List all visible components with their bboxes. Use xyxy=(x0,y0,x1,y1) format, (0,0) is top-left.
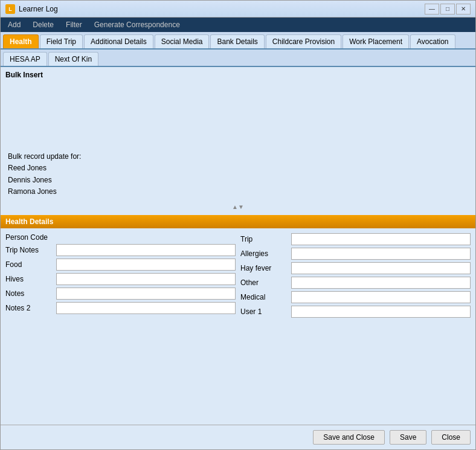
bulk-insert-text: Bulk record update for: Reed Jones Denni… xyxy=(8,151,468,198)
close-window-button[interactable]: ✕ xyxy=(456,4,471,14)
tab-bank-details[interactable]: Bank Details xyxy=(210,34,264,48)
form-row-notes2: Notes 2 xyxy=(5,302,236,314)
input-other[interactable] xyxy=(291,277,471,289)
content-spacer xyxy=(1,325,475,425)
input-user1[interactable] xyxy=(291,306,471,318)
form-row-hives: Hives xyxy=(5,273,236,285)
bulk-insert-title: Bulk Insert xyxy=(5,71,471,79)
health-details-section: Health Details Person Code Trip Notes Fo… xyxy=(1,215,475,325)
bulk-insert-content: Bulk record update for: Reed Jones Denni… xyxy=(5,82,471,202)
main-window: L Learner Log — □ ✕ Add Delete Filter Ge… xyxy=(0,0,476,450)
footer: Save and Close Save Close xyxy=(1,425,475,449)
tab-avocation[interactable]: Avocation xyxy=(410,34,455,48)
form-row-notes: Notes xyxy=(5,288,236,300)
app-icon: L xyxy=(5,4,15,14)
tab-additional-details[interactable]: Additional Details xyxy=(84,34,153,48)
form-row-person-code: Person Code xyxy=(5,233,236,242)
tab-childcare-provision[interactable]: Childcare Provision xyxy=(266,34,341,48)
label-notes: Notes xyxy=(5,289,54,298)
bulk-insert-section: Bulk Insert Bulk record update for: Reed… xyxy=(1,67,475,215)
menu-generate-correspondence[interactable]: Generate Correspondence xyxy=(89,19,185,30)
tab-field-trip[interactable]: Field Trip xyxy=(40,34,83,48)
health-details-header: Health Details xyxy=(1,215,475,228)
label-trip: Trip xyxy=(240,235,289,243)
window-title: Learner Log xyxy=(19,5,425,13)
label-medical: Medical xyxy=(240,293,289,301)
form-col-left: Person Code Trip Notes Food Hives xyxy=(5,233,236,318)
tab-health[interactable]: Health xyxy=(3,34,39,48)
input-notes[interactable] xyxy=(56,288,236,300)
tab-social-media[interactable]: Social Media xyxy=(155,34,210,48)
form-row-other: Other xyxy=(240,277,471,289)
bulk-name-1: Reed Jones xyxy=(8,162,468,174)
menu-delete[interactable]: Delete xyxy=(28,19,59,30)
form-col-right: Trip Allergies Hay fever Other xyxy=(240,233,471,318)
menu-bar: Add Delete Filter Generate Correspondenc… xyxy=(1,18,475,32)
form-row-allergies: Allergies xyxy=(240,248,471,260)
resize-handle[interactable]: ▲▼ xyxy=(5,202,471,211)
tab-bar-row2: HESA AP Next Of Kin xyxy=(1,50,475,67)
input-hayfever[interactable] xyxy=(291,262,471,274)
bulk-record-text: Bulk record update for: xyxy=(8,151,468,162)
label-hives: Hives xyxy=(5,275,54,283)
form-row-medical: Medical xyxy=(240,291,471,303)
tab-next-of-kin[interactable]: Next Of Kin xyxy=(48,52,98,66)
label-notes2: Notes 2 xyxy=(5,304,54,312)
form-row-hayfever: Hay fever xyxy=(240,262,471,274)
window-controls: — □ ✕ xyxy=(425,4,471,14)
menu-filter[interactable]: Filter xyxy=(61,19,87,30)
save-button[interactable]: Save xyxy=(390,430,426,445)
title-bar: L Learner Log — □ ✕ xyxy=(1,1,475,18)
label-food: Food xyxy=(5,260,54,269)
tab-bar-row1: Health Field Trip Additional Details Soc… xyxy=(1,32,475,50)
label-trip-notes: Trip Notes xyxy=(5,246,54,254)
form-row-trip: Trip xyxy=(240,233,471,245)
health-form-grid: Person Code Trip Notes Food Hives xyxy=(1,231,475,320)
input-notes2[interactable] xyxy=(56,302,236,314)
menu-add[interactable]: Add xyxy=(3,19,25,30)
input-allergies[interactable] xyxy=(291,248,471,260)
tab-hesa-ap[interactable]: HESA AP xyxy=(3,52,47,66)
label-other: Other xyxy=(240,278,289,287)
maximize-button[interactable]: □ xyxy=(440,4,455,14)
bulk-name-2: Dennis Jones xyxy=(8,175,468,186)
label-user1: User 1 xyxy=(240,307,289,316)
content-area: Bulk Insert Bulk record update for: Reed… xyxy=(1,67,475,449)
input-trip-notes[interactable] xyxy=(56,244,236,256)
input-medical[interactable] xyxy=(291,291,471,303)
form-row-trip-notes: Trip Notes xyxy=(5,244,236,256)
save-and-close-button[interactable]: Save and Close xyxy=(313,430,385,445)
label-person-code: Person Code xyxy=(5,233,54,242)
tab-work-placement[interactable]: Work Placement xyxy=(343,34,409,48)
close-button[interactable]: Close xyxy=(431,430,471,445)
minimize-button[interactable]: — xyxy=(425,4,439,14)
label-hayfever: Hay fever xyxy=(240,264,289,272)
label-allergies: Allergies xyxy=(240,249,289,258)
bulk-name-3: Ramona Jones xyxy=(8,186,468,198)
input-hives[interactable] xyxy=(56,273,236,285)
form-row-food: Food xyxy=(5,259,236,271)
form-row-user1: User 1 xyxy=(240,306,471,318)
input-trip[interactable] xyxy=(291,233,471,245)
input-food[interactable] xyxy=(56,259,236,271)
